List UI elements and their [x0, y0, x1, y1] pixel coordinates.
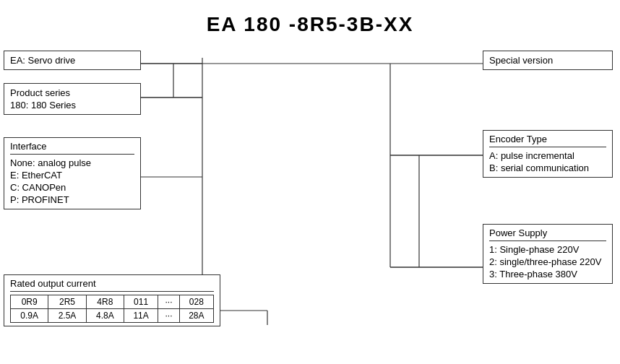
- rated-h2: 4R8: [86, 295, 124, 309]
- rated-header-row: 0R9 2R5 4R8 011 ··· 028: [11, 295, 214, 309]
- rated-v3: 11A: [124, 309, 158, 323]
- power-item-2: 3: Three-phase 380V: [489, 268, 606, 280]
- encoder-item-1: B: serial communication: [489, 162, 606, 174]
- rated-table: 0R9 2R5 4R8 011 ··· 028 0.9A 2.5A 4.8A 1…: [10, 295, 214, 323]
- rated-v2: 4.8A: [86, 309, 124, 323]
- rated-h0: 0R9: [11, 295, 48, 309]
- rated-v5: 28A: [179, 309, 213, 323]
- rated-box: Rated output current 0R9 2R5 4R8 011 ···…: [4, 274, 220, 326]
- rated-v1: 2.5A: [48, 309, 86, 323]
- rated-h5: 028: [179, 295, 213, 309]
- main-title: EA 180 -8R5-3B-XX: [0, 0, 620, 43]
- power-box: Power Supply 1: Single-phase 220V 2: sin…: [483, 224, 613, 284]
- ea-box: EA: Servo drive: [4, 51, 141, 70]
- rated-value-row: 0.9A 2.5A 4.8A 11A ··· 28A: [11, 309, 214, 323]
- interface-box: Interface None: analog pulse E: EtherCAT…: [4, 137, 141, 209]
- rated-h3: 011: [124, 295, 158, 309]
- interface-item-3: P: PROFINET: [10, 194, 134, 206]
- product-box: Product series 180: 180 Series: [4, 83, 141, 115]
- power-title: Power Supply: [489, 228, 606, 241]
- interface-title: Interface: [10, 141, 134, 155]
- product-line2: 180: 180 Series: [10, 99, 134, 111]
- rated-v0: 0.9A: [11, 309, 48, 323]
- special-box: Special version: [483, 51, 613, 70]
- power-item-0: 1: Single-phase 220V: [489, 243, 606, 256]
- ea-text: EA: Servo drive: [10, 54, 134, 66]
- interface-item-1: E: EtherCAT: [10, 169, 134, 181]
- rated-title: Rated output current: [10, 278, 214, 292]
- interface-item-2: C: CANOPen: [10, 181, 134, 194]
- encoder-box: Encoder Type A: pulse incremental B: ser…: [483, 130, 613, 178]
- product-line1: Product series: [10, 87, 134, 99]
- rated-v4: ···: [158, 309, 180, 323]
- encoder-title: Encoder Type: [489, 134, 606, 147]
- encoder-item-0: A: pulse incremental: [489, 150, 606, 162]
- interface-item-0: None: analog pulse: [10, 157, 134, 169]
- special-title: Special version: [489, 54, 606, 66]
- power-item-1: 2: single/three-phase 220V: [489, 256, 606, 268]
- rated-h1: 2R5: [48, 295, 86, 309]
- rated-h4: ···: [158, 295, 180, 309]
